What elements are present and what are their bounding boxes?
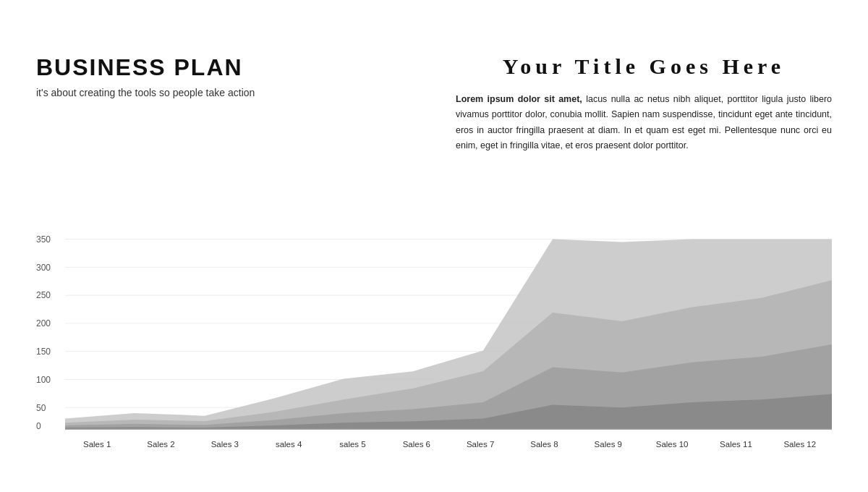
business-plan-subtitle: it's about creating the tools so people …: [36, 87, 383, 98]
svg-text:200: 200: [36, 318, 51, 329]
x-axis-label: Sales 8: [512, 440, 576, 449]
svg-text:0: 0: [36, 421, 41, 432]
x-axis-label: Sales 6: [385, 440, 448, 449]
chart-section: 350 300 250 200 150 100 50 0: [36, 233, 832, 449]
x-axis-label: Sales 7: [448, 440, 512, 449]
svg-text:300: 300: [36, 262, 51, 273]
business-plan-title: BUSINESS PLAN: [36, 54, 383, 81]
x-axis-label: Sales 9: [576, 440, 640, 449]
x-labels: Sales 1Sales 2Sales 3sales 4sales 5Sales…: [36, 436, 832, 449]
svg-text:100: 100: [36, 374, 51, 385]
svg-text:50: 50: [36, 402, 46, 413]
x-axis-label: sales 5: [320, 440, 384, 449]
chart-container: 350 300 250 200 150 100 50 0: [36, 233, 832, 436]
right-header: Your Title Goes Here Lorem ipsum dolor s…: [383, 54, 832, 153]
left-header: BUSINESS PLAN it's about creating the to…: [36, 54, 383, 153]
x-axis-label: Sales 12: [768, 440, 832, 449]
x-axis-label: Sales 2: [129, 440, 192, 449]
x-axis-label: Sales 3: [193, 440, 257, 449]
x-axis-label: Sales 1: [65, 440, 129, 449]
x-axis-label: sales 4: [257, 440, 320, 449]
body-text: Lorem ipsum dolor sit amet, lacus nulla …: [456, 92, 832, 153]
x-axis-label: Sales 11: [704, 440, 767, 449]
page: BUSINESS PLAN it's about creating the to…: [0, 0, 868, 492]
page-title: Your Title Goes Here: [456, 54, 832, 79]
svg-text:150: 150: [36, 347, 51, 357]
top-section: BUSINESS PLAN it's about creating the to…: [0, 0, 868, 153]
svg-text:250: 250: [36, 290, 51, 301]
svg-text:350: 350: [36, 234, 51, 245]
body-bold: Lorem ipsum dolor sit amet,: [456, 94, 582, 104]
x-axis-label: Sales 10: [640, 440, 704, 449]
area-chart: 350 300 250 200 150 100 50 0: [36, 233, 832, 436]
